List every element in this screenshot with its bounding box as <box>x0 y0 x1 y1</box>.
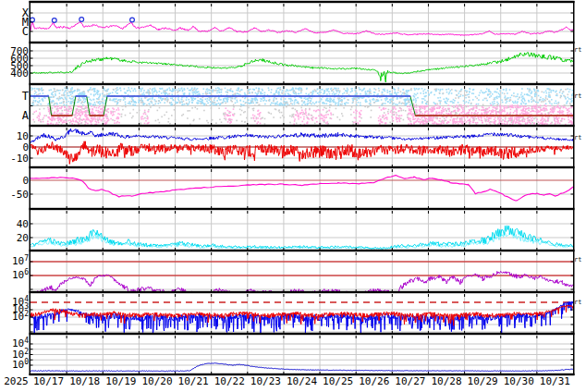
x-tick-label: 10/21 <box>173 376 214 387</box>
imf-bz-panel <box>31 128 573 167</box>
x-tick-label: 10/25 <box>318 376 359 387</box>
y-tick-label: -10 <box>0 153 29 164</box>
y-tick-label: 40 <box>0 219 29 229</box>
bz-trace <box>31 141 573 165</box>
solar-terrestrial-activity-chart: 2025 XMC700600500400rtTArt100-10rt0-5040… <box>0 0 586 392</box>
x-tick-label: 10/23 <box>245 376 286 387</box>
speed-trace <box>31 53 573 82</box>
low-energy-flux-panel <box>31 336 573 374</box>
x-tick-label: 10/17 <box>29 376 69 387</box>
y-tick-label: 106 <box>0 269 29 280</box>
density-panel <box>31 211 573 251</box>
x-tick-label: 10/27 <box>390 376 431 387</box>
y-tick-label: 0 <box>0 142 29 153</box>
x-tick-label: 10/31 <box>534 376 575 387</box>
dst-trace <box>31 176 573 201</box>
y-tick-label: 102 <box>0 311 29 322</box>
rt-label: rt <box>574 257 581 263</box>
y-tick-label: 20 <box>0 233 29 243</box>
x-tick-label: 10/20 <box>137 376 177 387</box>
electron-flux-panel <box>31 252 573 297</box>
x-tick-label: 10/26 <box>354 376 395 387</box>
y-tick-label: T <box>0 91 29 102</box>
y-tick-label: A <box>0 110 29 121</box>
x-tick-label: 10/24 <box>282 376 323 387</box>
flare-marker <box>79 18 84 22</box>
x-tick-label: 10/19 <box>101 376 141 387</box>
dst-panel <box>31 169 573 209</box>
lowE-trace <box>31 363 573 372</box>
y-tick-label: 0 <box>0 176 29 186</box>
y-tick-label: 10 <box>0 131 29 141</box>
rt-label: rt <box>574 93 581 100</box>
imf-polarity-panel <box>31 86 575 126</box>
flare-marker <box>130 18 135 22</box>
x-tick-label: 10/28 <box>426 376 467 387</box>
y-tick-label: 400 <box>0 68 29 79</box>
year-label: 2025 <box>1 376 31 387</box>
x-tick-label: 10/29 <box>462 376 503 387</box>
xray-trace <box>31 21 573 35</box>
x-tick-label: 10/18 <box>65 376 105 387</box>
y-tick-label: -50 <box>0 190 29 200</box>
rt-label: rt <box>574 300 581 306</box>
x-tick-label: 10/30 <box>498 376 539 387</box>
y-tick-label: 100 <box>0 359 29 370</box>
proton-flux-panel <box>31 294 573 334</box>
solar-wind-speed-panel <box>31 44 573 84</box>
y-tick-label: C <box>0 26 29 37</box>
chart-canvas <box>0 0 586 392</box>
xray-flux-panel <box>31 4 573 43</box>
rt-label: rt <box>574 47 581 54</box>
y-tick-label: 107 <box>0 255 29 266</box>
rt-label: rt <box>574 135 581 141</box>
p_red-trace <box>31 305 573 325</box>
x-tick-label: 10/22 <box>209 376 250 387</box>
